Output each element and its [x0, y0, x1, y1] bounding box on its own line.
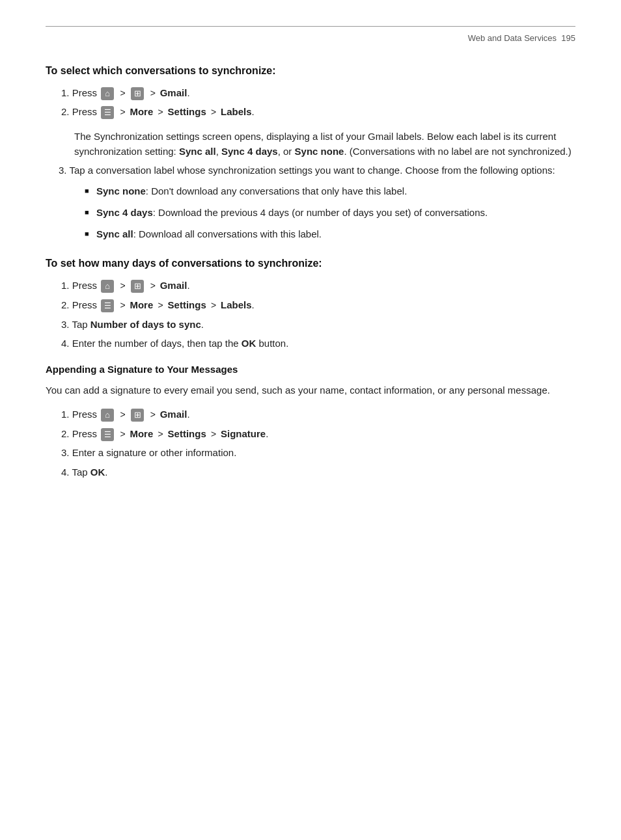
sync-description: The Synchronization settings screen open…	[74, 129, 575, 159]
section-set-days-heading: To set how many days of conversations to…	[46, 256, 575, 271]
sig-step-4: 4. Tap OK.	[59, 465, 575, 480]
more-label-3: More	[130, 428, 153, 439]
chevron-14: >	[158, 429, 165, 439]
sync-4days-option: Sync 4 days: Download the previous 4 day…	[85, 205, 575, 220]
grid-icon-2	[131, 280, 144, 293]
page-container: Web and Data Services 195 To select whic…	[0, 0, 621, 840]
sync-none-option: Sync none: Don't download any conversati…	[85, 183, 575, 198]
ok-label-2: OK	[90, 467, 105, 478]
sig-step-3: 3. Enter a signature or other informatio…	[59, 445, 575, 460]
settings-label-1: Settings	[168, 106, 206, 117]
press-label-1: Press	[72, 87, 100, 98]
chevron-8: >	[120, 300, 128, 310]
days-step-2: 2. Press > More > Settings > Labels.	[59, 297, 575, 313]
chevron-10: >	[211, 300, 219, 310]
chevron-4: >	[158, 107, 165, 117]
settings-label-3: Settings	[168, 428, 206, 439]
ok-label-1: OK	[242, 338, 256, 349]
more-label-1: More	[130, 106, 153, 117]
section-select-conversations: To select which conversations to synchro…	[46, 63, 575, 242]
gmail-label-2: Gmail	[160, 280, 187, 291]
section-signature: Appending a Signature to Your Messages Y…	[46, 362, 575, 480]
days-step-3: 3. Tap Number of days to sync.	[59, 317, 575, 332]
menu-icon-1	[101, 106, 114, 119]
chevron-5: >	[211, 107, 219, 117]
number-of-days-label: Number of days to sync	[90, 319, 201, 330]
chevron-2: >	[150, 88, 158, 98]
sig-step-2: 2. Press > More > Settings > Signature.	[59, 426, 575, 442]
chevron-12: >	[150, 409, 158, 420]
select-steps-list: 1. Press > > Gmail. 2. Press > More > Se…	[59, 85, 575, 120]
chevron-1: >	[120, 88, 128, 98]
sync-4days-inline: Sync 4 days	[221, 146, 278, 157]
signature-body: You can add a signature to every email y…	[46, 383, 575, 398]
days-step-1: 1. Press > > Gmail.	[59, 278, 575, 293]
section-set-days: To set how many days of conversations to…	[46, 256, 575, 351]
gmail-label-3: Gmail	[160, 409, 187, 420]
menu-icon-2	[101, 299, 114, 312]
signature-steps-list: 1. Press > > Gmail. 2. Press > More > Se…	[59, 407, 575, 480]
chevron-15: >	[211, 429, 219, 439]
sync-all-text: : Download all conversations with this l…	[133, 228, 322, 239]
chevron-11: >	[120, 409, 128, 420]
gmail-label-1: Gmail	[160, 87, 187, 98]
grid-icon-1	[131, 87, 144, 100]
grid-icon-3	[131, 409, 144, 422]
step-num: 2.	[61, 106, 72, 117]
chevron-9: >	[158, 300, 165, 310]
home-icon-1	[101, 87, 114, 100]
page-number: 195	[561, 33, 575, 43]
set-days-steps-list: 1. Press > > Gmail. 2. Press > More > Se…	[59, 278, 575, 351]
sync-4days-text: : Download the previous 4 days (or numbe…	[153, 207, 488, 218]
chevron-6: >	[120, 280, 128, 291]
home-icon-3	[101, 409, 114, 422]
menu-icon-3	[101, 428, 114, 441]
sync-all-bold: Sync all	[96, 228, 133, 239]
select-step-2: 2. Press > More > Settings > Labels.	[59, 104, 575, 120]
section-select-heading: To select which conversations to synchro…	[46, 63, 575, 79]
sync-all-option: Sync all: Download all conversations wit…	[85, 226, 575, 241]
sync-none-text: : Don't download any conversations that …	[146, 185, 407, 196]
signature-label: Signature	[221, 428, 266, 439]
settings-label-2: Settings	[168, 299, 206, 310]
press-label-2: Press	[72, 106, 100, 117]
sync-options-list: Sync none: Don't download any conversati…	[85, 183, 575, 242]
signature-heading: Appending a Signature to Your Messages	[46, 362, 575, 377]
sig-step-1: 1. Press > > Gmail.	[59, 407, 575, 422]
sync-4days-bold: Sync 4 days	[96, 207, 153, 218]
sync-all-inline: Sync all	[179, 146, 216, 157]
home-icon-2	[101, 280, 114, 293]
labels-label-2: Labels	[221, 299, 252, 310]
sync-none-inline: Sync none	[295, 146, 344, 157]
chevron-13: >	[120, 429, 128, 439]
select-step-1: 1. Press > > Gmail.	[59, 85, 575, 101]
select-step-3: 3. Tap a conversation label whose synchr…	[59, 163, 575, 178]
header-title: Web and Data Services	[468, 33, 557, 43]
labels-label-1: Labels	[221, 106, 252, 117]
sync-none-bold: Sync none	[96, 185, 146, 196]
days-step-4: 4. Enter the number of days, then tap th…	[59, 336, 575, 351]
chevron-7: >	[150, 280, 158, 291]
more-label-2: More	[130, 299, 153, 310]
step-num: 1.	[61, 87, 72, 98]
page-header: Web and Data Services 195	[46, 26, 575, 45]
chevron-3: >	[120, 107, 128, 117]
